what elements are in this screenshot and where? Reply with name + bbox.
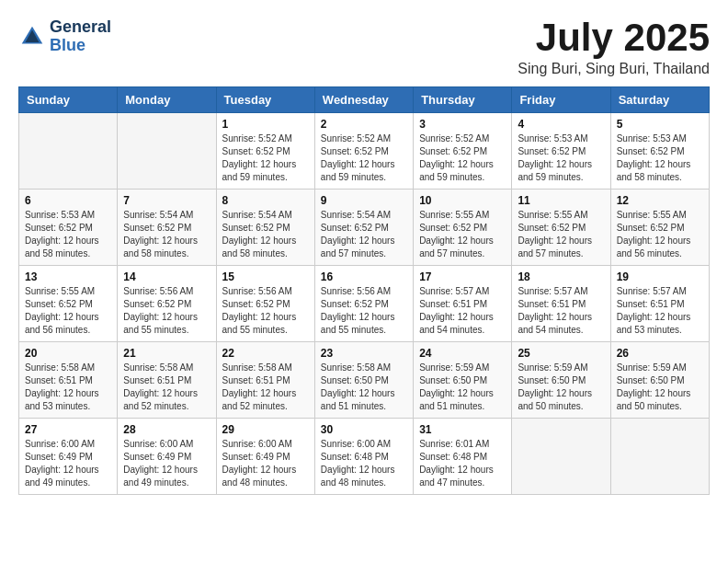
- calendar-table: SundayMondayTuesdayWednesdayThursdayFrid…: [18, 86, 710, 495]
- calendar-cell: 18Sunrise: 5:57 AM Sunset: 6:51 PM Dayli…: [512, 266, 610, 342]
- calendar-cell: 21Sunrise: 5:58 AM Sunset: 6:51 PM Dayli…: [118, 342, 216, 419]
- day-info: Sunrise: 5:52 AM Sunset: 6:52 PM Dayligh…: [419, 132, 506, 184]
- location: Sing Buri, Sing Buri, Thailand: [518, 61, 710, 77]
- weekday-header: Friday: [512, 87, 610, 113]
- day-info: Sunrise: 6:00 AM Sunset: 6:49 PM Dayligh…: [123, 438, 210, 489]
- day-info: Sunrise: 5:56 AM Sunset: 6:52 PM Dayligh…: [123, 285, 210, 337]
- calendar-cell: [512, 419, 610, 495]
- day-number: 11: [518, 194, 604, 207]
- day-info: Sunrise: 5:57 AM Sunset: 6:51 PM Dayligh…: [617, 285, 703, 337]
- calendar-cell: 19Sunrise: 5:57 AM Sunset: 6:51 PM Dayli…: [610, 266, 709, 342]
- day-number: 13: [25, 270, 111, 283]
- weekday-header: Wednesday: [314, 87, 413, 113]
- day-number: 2: [321, 118, 407, 131]
- day-number: 8: [222, 194, 309, 207]
- calendar-cell: 1Sunrise: 5:52 AM Sunset: 6:52 PM Daylig…: [216, 113, 314, 190]
- title-section: July 2025 Sing Buri, Sing Buri, Thailand: [518, 18, 710, 77]
- calendar-cell: [118, 113, 216, 190]
- calendar-week-row: 27Sunrise: 6:00 AM Sunset: 6:49 PM Dayli…: [19, 419, 710, 495]
- calendar-cell: 5Sunrise: 5:53 AM Sunset: 6:52 PM Daylig…: [610, 113, 709, 190]
- month-title: July 2025: [518, 18, 710, 57]
- day-number: 12: [617, 194, 703, 207]
- calendar-cell: 7Sunrise: 5:54 AM Sunset: 6:52 PM Daylig…: [118, 190, 216, 266]
- day-info: Sunrise: 5:55 AM Sunset: 6:52 PM Dayligh…: [419, 209, 506, 260]
- logo-text: General Blue: [50, 18, 111, 55]
- calendar-week-row: 6Sunrise: 5:53 AM Sunset: 6:52 PM Daylig…: [19, 190, 710, 266]
- weekday-header: Saturday: [610, 87, 709, 113]
- day-number: 19: [617, 270, 703, 283]
- day-info: Sunrise: 5:54 AM Sunset: 6:52 PM Dayligh…: [123, 209, 210, 260]
- day-number: 20: [25, 347, 111, 360]
- day-info: Sunrise: 5:58 AM Sunset: 6:51 PM Dayligh…: [123, 362, 210, 413]
- day-number: 10: [419, 194, 506, 207]
- day-info: Sunrise: 5:57 AM Sunset: 6:51 PM Dayligh…: [518, 285, 604, 337]
- day-info: Sunrise: 5:59 AM Sunset: 6:50 PM Dayligh…: [617, 362, 703, 413]
- calendar-header-row: SundayMondayTuesdayWednesdayThursdayFrid…: [19, 87, 710, 113]
- calendar-week-row: 13Sunrise: 5:55 AM Sunset: 6:52 PM Dayli…: [19, 266, 710, 342]
- day-info: Sunrise: 5:52 AM Sunset: 6:52 PM Dayligh…: [222, 132, 309, 184]
- logo-icon: [18, 23, 46, 51]
- day-number: 5: [617, 118, 703, 131]
- day-number: 4: [518, 118, 604, 131]
- weekday-header: Sunday: [19, 87, 118, 113]
- calendar-cell: 13Sunrise: 5:55 AM Sunset: 6:52 PM Dayli…: [19, 266, 118, 342]
- day-number: 26: [617, 347, 703, 360]
- calendar-cell: 29Sunrise: 6:00 AM Sunset: 6:49 PM Dayli…: [216, 419, 314, 495]
- calendar-cell: 9Sunrise: 5:54 AM Sunset: 6:52 PM Daylig…: [314, 190, 413, 266]
- calendar-cell: 17Sunrise: 5:57 AM Sunset: 6:51 PM Dayli…: [414, 266, 512, 342]
- calendar-cell: 12Sunrise: 5:55 AM Sunset: 6:52 PM Dayli…: [610, 190, 709, 266]
- day-number: 30: [321, 423, 407, 436]
- day-number: 15: [222, 270, 309, 283]
- day-info: Sunrise: 5:52 AM Sunset: 6:52 PM Dayligh…: [321, 132, 407, 184]
- calendar-cell: 26Sunrise: 5:59 AM Sunset: 6:50 PM Dayli…: [610, 342, 709, 419]
- day-info: Sunrise: 5:54 AM Sunset: 6:52 PM Dayligh…: [321, 209, 407, 260]
- day-info: Sunrise: 5:59 AM Sunset: 6:50 PM Dayligh…: [419, 362, 506, 413]
- day-number: 17: [419, 270, 506, 283]
- day-number: 16: [321, 270, 407, 283]
- weekday-header: Monday: [118, 87, 216, 113]
- calendar-cell: 2Sunrise: 5:52 AM Sunset: 6:52 PM Daylig…: [314, 113, 413, 190]
- day-info: Sunrise: 5:55 AM Sunset: 6:52 PM Dayligh…: [25, 285, 111, 337]
- day-info: Sunrise: 5:53 AM Sunset: 6:52 PM Dayligh…: [617, 132, 703, 184]
- calendar-cell: 3Sunrise: 5:52 AM Sunset: 6:52 PM Daylig…: [414, 113, 512, 190]
- calendar-cell: 27Sunrise: 6:00 AM Sunset: 6:49 PM Dayli…: [19, 419, 118, 495]
- day-number: 27: [25, 423, 111, 436]
- calendar-cell: 20Sunrise: 5:58 AM Sunset: 6:51 PM Dayli…: [19, 342, 118, 419]
- day-info: Sunrise: 6:01 AM Sunset: 6:48 PM Dayligh…: [419, 438, 506, 489]
- day-number: 29: [222, 423, 309, 436]
- day-number: 9: [321, 194, 407, 207]
- calendar-cell: 6Sunrise: 5:53 AM Sunset: 6:52 PM Daylig…: [19, 190, 118, 266]
- day-info: Sunrise: 5:56 AM Sunset: 6:52 PM Dayligh…: [222, 285, 309, 337]
- logo: General Blue: [18, 18, 111, 55]
- calendar-week-row: 1Sunrise: 5:52 AM Sunset: 6:52 PM Daylig…: [19, 113, 710, 190]
- calendar-cell: 31Sunrise: 6:01 AM Sunset: 6:48 PM Dayli…: [414, 419, 512, 495]
- page-header: General Blue July 2025 Sing Buri, Sing B…: [18, 18, 710, 77]
- day-number: 24: [419, 347, 506, 360]
- calendar-cell: 11Sunrise: 5:55 AM Sunset: 6:52 PM Dayli…: [512, 190, 610, 266]
- day-number: 25: [518, 347, 604, 360]
- calendar-cell: [19, 113, 118, 190]
- day-number: 18: [518, 270, 604, 283]
- day-number: 14: [123, 270, 210, 283]
- calendar-cell: 24Sunrise: 5:59 AM Sunset: 6:50 PM Dayli…: [414, 342, 512, 419]
- day-number: 22: [222, 347, 309, 360]
- day-info: Sunrise: 5:58 AM Sunset: 6:50 PM Dayligh…: [321, 362, 407, 413]
- day-number: 1: [222, 118, 309, 131]
- weekday-header: Thursday: [414, 87, 512, 113]
- day-info: Sunrise: 5:55 AM Sunset: 6:52 PM Dayligh…: [617, 209, 703, 260]
- day-number: 28: [123, 423, 210, 436]
- calendar-cell: 4Sunrise: 5:53 AM Sunset: 6:52 PM Daylig…: [512, 113, 610, 190]
- calendar-cell: 16Sunrise: 5:56 AM Sunset: 6:52 PM Dayli…: [314, 266, 413, 342]
- calendar-cell: 30Sunrise: 6:00 AM Sunset: 6:48 PM Dayli…: [314, 419, 413, 495]
- day-info: Sunrise: 6:00 AM Sunset: 6:49 PM Dayligh…: [25, 438, 111, 489]
- day-number: 23: [321, 347, 407, 360]
- day-info: Sunrise: 5:53 AM Sunset: 6:52 PM Dayligh…: [518, 132, 604, 184]
- day-number: 21: [123, 347, 210, 360]
- calendar-cell: 28Sunrise: 6:00 AM Sunset: 6:49 PM Dayli…: [118, 419, 216, 495]
- day-info: Sunrise: 5:55 AM Sunset: 6:52 PM Dayligh…: [518, 209, 604, 260]
- calendar-week-row: 20Sunrise: 5:58 AM Sunset: 6:51 PM Dayli…: [19, 342, 710, 419]
- day-number: 31: [419, 423, 506, 436]
- day-info: Sunrise: 5:58 AM Sunset: 6:51 PM Dayligh…: [222, 362, 309, 413]
- day-number: 6: [25, 194, 111, 207]
- day-info: Sunrise: 5:59 AM Sunset: 6:50 PM Dayligh…: [518, 362, 604, 413]
